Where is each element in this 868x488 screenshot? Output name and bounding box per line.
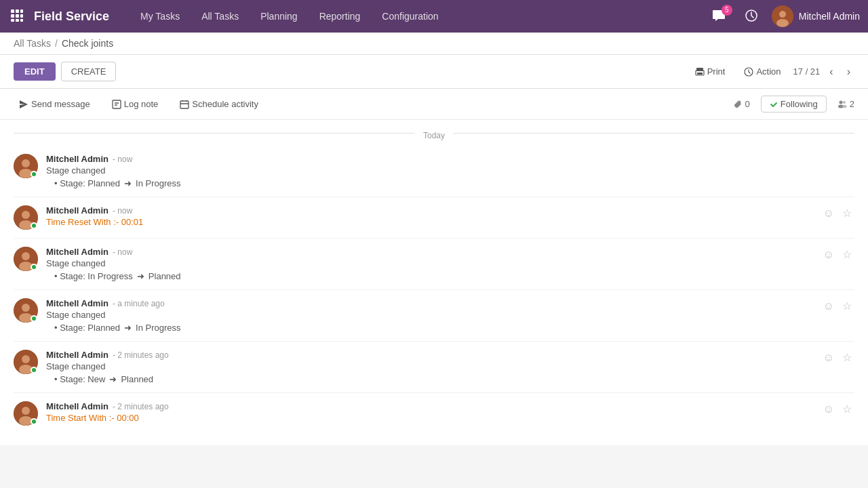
message-actions: ☺ ☆ xyxy=(821,298,854,314)
message-time: - now xyxy=(113,206,132,216)
message-time: - now xyxy=(113,155,132,164)
action-button[interactable]: Action xyxy=(737,62,787,81)
chat-badge: 5 xyxy=(722,5,732,16)
emoji-button[interactable]: ☺ xyxy=(821,299,837,314)
breadcrumb-parent[interactable]: All Tasks xyxy=(14,38,51,49)
online-indicator xyxy=(31,171,37,178)
message-item: Mitchell Admin - now Stage changed • Sta… xyxy=(14,146,854,197)
message-author: Mitchell Admin xyxy=(46,154,108,164)
avatar xyxy=(14,350,38,374)
pagination-text: 17 / 21 xyxy=(793,66,821,77)
message-text: Stage changed xyxy=(46,165,854,176)
emoji-button[interactable]: ☺ xyxy=(821,206,837,221)
message-text: Stage changed xyxy=(46,258,854,268)
star-button[interactable]: ☆ xyxy=(840,298,854,314)
emoji-button[interactable]: ☺ xyxy=(821,247,837,262)
app-title: Field Service xyxy=(34,9,109,24)
svg-point-36 xyxy=(22,355,30,363)
message-author: Mitchell Admin xyxy=(46,298,108,308)
message-actions: ☺ ☆ xyxy=(821,350,854,365)
breadcrumb-separator: / xyxy=(55,38,58,49)
grid-menu-icon[interactable] xyxy=(8,7,26,26)
clock-icon-button[interactable] xyxy=(739,6,764,27)
send-message-button[interactable]: Send message xyxy=(14,96,96,112)
avatar xyxy=(14,205,38,230)
star-button[interactable]: ☆ xyxy=(840,205,854,221)
svg-rect-18 xyxy=(180,101,189,108)
nav-reporting[interactable]: Reporting xyxy=(313,7,368,26)
message-time: - 2 minutes ago xyxy=(113,402,169,411)
message-author: Mitchell Admin xyxy=(46,350,108,360)
attachment-count: 0 xyxy=(733,99,750,109)
svg-point-22 xyxy=(842,105,846,108)
svg-rect-4 xyxy=(16,14,19,18)
pagination-next[interactable]: › xyxy=(843,64,854,79)
svg-point-11 xyxy=(779,11,786,18)
svg-point-19 xyxy=(839,100,842,104)
message-text: Stage changed xyxy=(46,361,854,371)
svg-rect-0 xyxy=(11,9,14,13)
star-button[interactable]: ☆ xyxy=(840,401,854,417)
breadcrumb: All Tasks / Check joints xyxy=(0,33,868,55)
toolbar: EDIT CREATE Print Action 17 / 21 ‹ › xyxy=(0,55,868,89)
svg-point-30 xyxy=(22,252,30,260)
schedule-activity-button[interactable]: Schedule activity xyxy=(174,96,264,112)
message-author: Mitchell Admin xyxy=(46,247,108,257)
top-navigation: Field Service My Tasks All Tasks Plannin… xyxy=(0,0,868,33)
message-time: - 2 minutes ago xyxy=(113,350,169,360)
message-text: Time Reset With :- 00:01 xyxy=(46,217,854,227)
message-detail: • Stage: In Progress ➜ Planned xyxy=(46,271,854,281)
message-detail: • Stage: Planned ➜ In Progress xyxy=(46,323,854,333)
online-indicator xyxy=(31,367,37,373)
svg-rect-2 xyxy=(20,9,23,13)
svg-rect-6 xyxy=(11,19,14,22)
message-text: Stage changed xyxy=(46,310,854,320)
follower-count: 2 xyxy=(837,99,854,109)
date-divider: Today xyxy=(14,120,854,146)
message-item: Mitchell Admin - a minute ago Stage chan… xyxy=(14,290,854,342)
create-button[interactable]: CREATE xyxy=(61,62,117,81)
message-item: Mitchell Admin - now Time Reset With :- … xyxy=(14,197,854,239)
nav-my-tasks[interactable]: My Tasks xyxy=(134,7,186,26)
svg-point-21 xyxy=(843,101,846,104)
nav-all-tasks[interactable]: All Tasks xyxy=(195,7,245,26)
avatar xyxy=(14,298,38,323)
message-actions: ☺ ☆ xyxy=(821,205,854,221)
nav-planning[interactable]: Planning xyxy=(254,7,304,26)
star-button[interactable]: ☆ xyxy=(840,350,854,365)
svg-point-24 xyxy=(22,159,30,167)
svg-point-12 xyxy=(776,19,789,27)
emoji-button[interactable]: ☺ xyxy=(821,402,837,417)
message-text: Time Start With :- 00:00 xyxy=(46,413,854,423)
user-name: Mitchell Admin xyxy=(799,11,860,22)
pagination-prev[interactable]: ‹ xyxy=(825,64,837,79)
nav-configuration[interactable]: Configuration xyxy=(375,7,445,26)
message-actions: ☺ ☆ xyxy=(821,247,854,262)
svg-point-39 xyxy=(22,407,30,415)
message-time: - now xyxy=(113,247,132,257)
star-button[interactable]: ☆ xyxy=(840,247,854,262)
svg-rect-7 xyxy=(16,19,19,22)
log-note-button[interactable]: Log note xyxy=(106,96,164,112)
svg-point-33 xyxy=(22,304,30,312)
message-author: Mitchell Admin xyxy=(46,401,108,411)
message-detail: • Stage: New ➜ Planned xyxy=(46,374,854,384)
message-item: Mitchell Admin - now Stage changed • Sta… xyxy=(14,239,854,290)
online-indicator xyxy=(31,418,37,425)
breadcrumb-current: Check joints xyxy=(62,38,113,49)
emoji-button[interactable]: ☺ xyxy=(821,350,837,365)
svg-rect-3 xyxy=(11,14,14,18)
chat-icon-button[interactable]: 5 xyxy=(707,6,731,27)
user-menu[interactable]: Mitchell Admin xyxy=(772,5,860,27)
message-item: Mitchell Admin - 2 minutes ago Time Star… xyxy=(14,393,854,434)
message-actions: ☺ ☆ xyxy=(821,401,854,417)
online-indicator xyxy=(31,222,37,229)
avatar xyxy=(14,154,38,178)
message-time: - a minute ago xyxy=(113,299,165,308)
following-button[interactable]: Following xyxy=(761,96,827,113)
print-button[interactable]: Print xyxy=(688,62,732,81)
edit-button[interactable]: EDIT xyxy=(14,62,56,81)
chatter-header: Send message Log note Schedule activity … xyxy=(0,89,868,120)
svg-point-27 xyxy=(22,211,30,219)
online-indicator xyxy=(31,264,37,270)
